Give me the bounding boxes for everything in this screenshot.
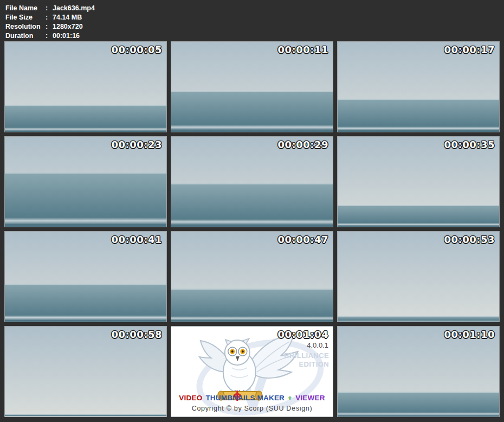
sea-placeholder xyxy=(338,316,499,322)
sea-placeholder xyxy=(5,414,166,417)
video-thumbnail: 00:00:41 xyxy=(4,231,167,322)
contact-sheet: File Name:Jack636.mp4 File Size:74.14 MB… xyxy=(0,0,504,417)
title-segment: THUMBNAILS MAKER xyxy=(205,394,285,402)
title-segment: VIEWER xyxy=(295,394,325,402)
file-info-separator: : xyxy=(46,4,53,13)
file-info-separator: : xyxy=(46,31,53,41)
file-info-value: 74.14 MB xyxy=(53,14,82,21)
timestamp-overlay: 00:01:10 xyxy=(444,329,495,340)
sea-placeholder xyxy=(338,205,499,227)
timestamp-overlay: 00:01:04 xyxy=(277,329,328,340)
sea-placeholder xyxy=(338,99,499,132)
video-thumbnail: 00:00:53 xyxy=(337,231,500,322)
product-title: VIDEOTHUMBNAILS MAKER+VIEWER xyxy=(171,394,333,402)
file-info-separator: : xyxy=(46,22,53,31)
file-info-label: Duration xyxy=(5,31,46,41)
sea-placeholder xyxy=(171,183,333,227)
video-thumbnail: 00:00:11 xyxy=(171,41,333,132)
file-info-row: Resolution:1280x720 xyxy=(5,22,504,31)
video-thumbnail: 00:00:35 xyxy=(337,136,500,227)
file-info-label: File Size xyxy=(5,13,46,22)
sea-placeholder xyxy=(171,289,333,322)
file-info-value: 1280x720 xyxy=(53,23,83,30)
video-thumbnail: 00:00:47 xyxy=(171,231,333,322)
timestamp-overlay: 00:00:05 xyxy=(111,44,162,55)
timestamp-overlay: 00:00:29 xyxy=(277,139,328,150)
file-info-panel: File Name:Jack636.mp4 File Size:74.14 MB… xyxy=(0,0,504,41)
video-thumbnail: 00:00:23 xyxy=(4,136,167,227)
version-label: 4.0.0.1 xyxy=(307,341,328,349)
video-thumbnail: 00:01:10 xyxy=(337,326,500,417)
file-info-row: Duration:00:01:16 xyxy=(5,31,504,41)
copyright-label: Copyright © by Scorp (SUU Design) xyxy=(171,405,333,412)
title-segment: VIDEO xyxy=(179,394,202,402)
timestamp-overlay: 00:00:11 xyxy=(277,44,328,55)
thumbnail-grid: 00:00:05 00:00:11 00:00:17 00:00:23 00:0… xyxy=(0,41,504,417)
timestamp-overlay: 00:00:41 xyxy=(111,234,162,245)
file-info-value: Jack636.mp4 xyxy=(53,4,95,12)
video-thumbnail: 00:00:58 xyxy=(4,326,167,417)
title-segment: + xyxy=(288,394,292,402)
video-thumbnail: 00:00:17 xyxy=(337,41,500,132)
sea-placeholder xyxy=(338,392,499,417)
file-info-row: File Size:74.14 MB xyxy=(5,13,504,22)
file-info-label: Resolution xyxy=(5,22,46,31)
sea-placeholder xyxy=(171,91,333,132)
sea-placeholder xyxy=(5,284,166,322)
timestamp-overlay: 00:00:53 xyxy=(444,234,495,245)
timestamp-overlay: 00:00:58 xyxy=(111,329,162,340)
timestamp-overlay: 00:00:47 xyxy=(277,234,328,245)
edition-label: BRILLIANCE EDITION xyxy=(284,351,329,369)
timestamp-overlay: 00:00:23 xyxy=(111,139,162,150)
video-thumbnail: 00:00:05 xyxy=(4,41,167,132)
timestamp-overlay: 00:00:35 xyxy=(444,139,495,150)
sea-placeholder xyxy=(5,105,166,132)
file-info-value: 00:01:16 xyxy=(53,32,80,40)
app-logo-cell: 00:01:04 4.0.0.1 BRILLIANCE EDITION VIDE… xyxy=(171,326,333,417)
file-info-row: File Name:Jack636.mp4 xyxy=(5,4,504,13)
file-info-label: File Name xyxy=(5,4,46,13)
sea-placeholder xyxy=(5,172,166,227)
timestamp-overlay: 00:00:17 xyxy=(444,44,495,55)
file-info-separator: : xyxy=(46,13,53,22)
video-thumbnail: 00:00:29 xyxy=(171,136,333,227)
